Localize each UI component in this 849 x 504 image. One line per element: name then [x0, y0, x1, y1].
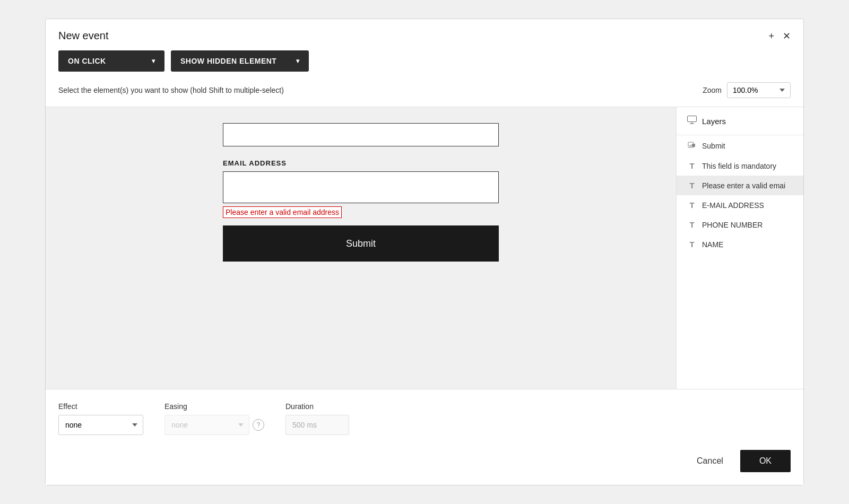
zoom-control: Zoom 100.0%: [703, 82, 791, 98]
trigger-chevron: ▾: [152, 57, 155, 65]
effect-select[interactable]: none: [58, 415, 143, 435]
layer-item-submit[interactable]: Submit: [677, 135, 803, 156]
toolbar: ON CLICK ▾ SHOW HIDDEN ELEMENT ▾: [46, 50, 803, 82]
svg-rect-6: [692, 144, 695, 147]
text-icon-phone: T: [687, 220, 697, 229]
dialog: New event + ✕ ON CLICK ▾ SHOW HIDDEN ELE…: [45, 19, 804, 485]
layers-title: Layers: [702, 117, 726, 126]
instruction-bar: Select the element(s) you want to show (…: [46, 82, 803, 107]
layers-list: Submit T This field is mandatory T Pleas…: [677, 135, 803, 389]
close-icon[interactable]: ✕: [783, 31, 791, 41]
dialog-title: New event: [58, 30, 109, 42]
submit-label: Submit: [346, 238, 376, 249]
layer-name-phone: PHONE NUMBER: [702, 221, 763, 229]
trigger-label: ON CLICK: [68, 57, 106, 65]
layer-item-name[interactable]: T NAME: [677, 234, 803, 254]
layer-name-submit: Submit: [702, 142, 725, 150]
layers-panel: Layers Submit: [676, 107, 803, 389]
easing-row: none ?: [164, 415, 264, 435]
layer-name-name: NAME: [702, 240, 723, 249]
layer-name-email-address: E-MAIL ADDRESS: [702, 201, 764, 210]
layer-item-mandatory[interactable]: T This field is mandatory: [677, 156, 803, 176]
effect-group: Effect none: [58, 402, 143, 435]
action-dropdown[interactable]: SHOW HIDDEN ELEMENT ▾: [171, 50, 309, 72]
form-preview: EMAIL ADDRESS Please enter a valid email…: [223, 118, 499, 267]
help-icon[interactable]: ?: [253, 419, 264, 431]
submit-icon: [687, 141, 697, 151]
footer-actions: Cancel OK: [58, 450, 791, 472]
easing-select: none: [164, 415, 249, 435]
layer-name-mandatory: This field is mandatory: [702, 162, 776, 170]
email-label: EMAIL ADDRESS: [223, 159, 499, 167]
email-input-preview: [223, 171, 499, 203]
zoom-label: Zoom: [703, 86, 722, 94]
text-icon-valid-email: T: [687, 181, 697, 190]
submit-button-preview[interactable]: Submit: [223, 225, 499, 262]
text-icon-email: T: [687, 201, 697, 210]
bottom-bar: Effect none Easing none ? Duration: [46, 389, 803, 485]
ok-button[interactable]: OK: [740, 450, 791, 472]
instruction-text: Select the element(s) you want to show (…: [58, 86, 284, 94]
duration-label: Duration: [285, 402, 349, 411]
cancel-button[interactable]: Cancel: [688, 451, 732, 471]
layers-header: Layers: [677, 107, 803, 135]
top-input-preview: [223, 123, 499, 146]
main-area: EMAIL ADDRESS Please enter a valid email…: [46, 107, 803, 389]
effect-label: Effect: [58, 402, 143, 411]
layer-item-phone[interactable]: T PHONE NUMBER: [677, 215, 803, 234]
svg-rect-0: [688, 116, 697, 122]
easing-label: Easing: [164, 402, 264, 411]
header-icons: + ✕: [768, 31, 791, 41]
duration-input[interactable]: [285, 415, 349, 435]
easing-group: Easing none ?: [164, 402, 264, 435]
bottom-controls: Effect none Easing none ? Duration: [58, 402, 791, 435]
action-label: SHOW HIDDEN ELEMENT: [180, 57, 276, 65]
zoom-select[interactable]: 100.0%: [727, 82, 791, 98]
text-icon-name: T: [687, 240, 697, 249]
layer-item-valid-email[interactable]: T Please enter a valid emai: [677, 176, 803, 195]
layer-name-valid-email: Please enter a valid emai: [702, 181, 785, 190]
email-error: Please enter a valid email address: [223, 206, 342, 218]
trigger-dropdown[interactable]: ON CLICK ▾: [58, 50, 164, 72]
action-chevron: ▾: [296, 57, 300, 65]
plus-icon[interactable]: +: [768, 31, 774, 41]
text-icon-mandatory: T: [687, 161, 697, 170]
canvas-area: EMAIL ADDRESS Please enter a valid email…: [46, 107, 676, 389]
layer-item-email-address[interactable]: T E-MAIL ADDRESS: [677, 195, 803, 215]
monitor-icon: [687, 116, 697, 126]
duration-group: Duration: [285, 402, 349, 435]
dialog-header: New event + ✕: [46, 19, 803, 50]
